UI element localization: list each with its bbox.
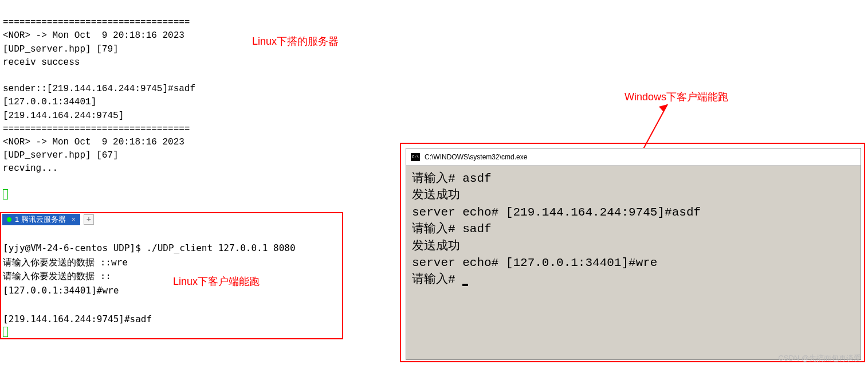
terminal-line: <NOR> -> Mon Oct 9 20:18:16 2023 [3,30,184,41]
cmd-title-bar[interactable]: C:\WINDOWS\system32\cmd.exe [406,148,861,166]
tab-tencent-cloud[interactable]: 1 腾讯云服务器 × [2,214,80,225]
terminal-line: sender::[219.144.164.244:9745]#sadf [3,84,195,94]
cmd-line: 请输入# asdf [412,172,492,185]
cmd-line: 发送成功 [412,240,460,253]
cursor-icon [3,327,8,337]
plus-icon: + [87,215,91,224]
terminal-line: ================================== [3,17,190,28]
watermark: CSDN @先搞面包再谈爱 [778,353,861,363]
terminal-line: [219.144.164.244:9745]#sadf [3,314,152,324]
annotation-windows-client: Windows下客户端能跑 [625,90,728,104]
tab-bar: 1 腾讯云服务器 × + [2,214,94,225]
cmd-output[interactable]: 请输入# asdf 发送成功 server echo# [219.144.164… [406,166,861,293]
terminal-line: [yjy@VM-24-6-centos UDP]$ ./UDP_client 1… [3,242,296,253]
terminal-line: receiv success [3,57,80,68]
tab-label-text: 1 腾讯云服务器 [15,214,66,225]
status-dot-icon [7,217,11,222]
cmd-title: C:\WINDOWS\system32\cmd.exe [425,153,527,161]
terminal-line: recving... [3,163,58,174]
cmd-line: 请输入# [412,273,462,286]
terminal-line: [219.144.164.244:9745] [3,111,124,121]
terminal-line: <NOR> -> Mon Oct 9 20:18:16 2023 [3,137,184,147]
cmd-line: 发送成功 [412,189,460,202]
cmd-line: server echo# [127.0.0.1:34401]#wre [412,256,657,269]
terminal-line: [127.0.0.1:34401] [3,97,96,107]
cmd-line: server echo# [219.144.164.244:9745]#asdf [412,206,701,219]
cursor-icon [3,189,8,199]
cmd-line: 请输入# sadf [412,222,492,236]
client-terminal-output: [yjy@VM-24-6-centos UDP]$ ./UDP_client 1… [3,227,296,341]
terminal-line: ================================== [3,124,190,134]
cursor-icon [462,284,468,286]
terminal-line: [UDP_server.hpp] [67] [3,150,119,160]
svg-marker-1 [659,104,667,112]
cmd-window[interactable]: C:\WINDOWS\system32\cmd.exe 请输入# asdf 发送… [406,148,861,360]
terminal-line: 请输入你要发送的数据 ::wre [3,257,128,268]
server-terminal-output: ================================== <NOR>… [3,3,195,204]
terminal-line: [127.0.0.1:34401]#wre [3,285,119,296]
close-icon[interactable]: × [72,216,76,224]
terminal-line: 请输入你要发送的数据 :: [3,271,111,281]
add-tab-button[interactable]: + [84,214,94,225]
annotation-linux-server: Linux下搭的服务器 [252,34,339,48]
terminal-line: [UDP_server.hpp] [79] [3,44,119,54]
cmd-icon [411,153,420,161]
